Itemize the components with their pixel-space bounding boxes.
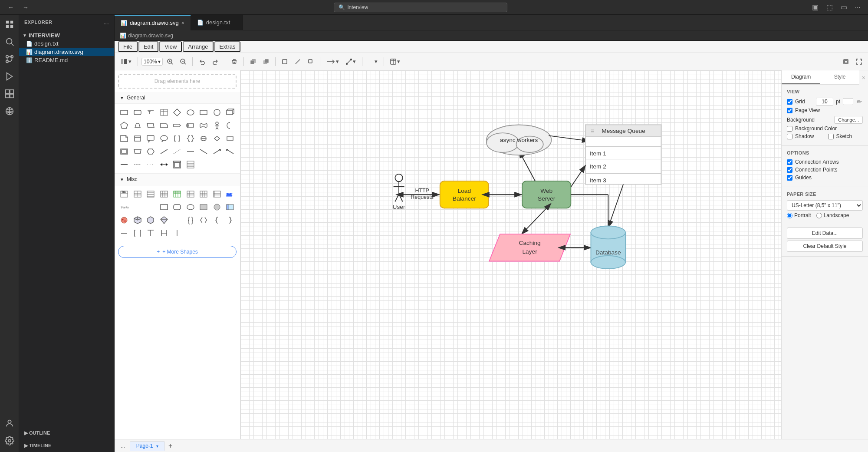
- activity-search[interactable]: [2, 34, 17, 49]
- misc-empty3[interactable]: [171, 214, 183, 226]
- diagram-svg[interactable]: User HTTP Requests Load Balancer: [240, 70, 781, 439]
- portrait-radio[interactable]: [787, 213, 792, 218]
- shape-brace[interactable]: [184, 132, 197, 145]
- shape-d1[interactable]: [197, 132, 210, 145]
- misc-bracket-curl[interactable]: [184, 214, 197, 226]
- misc-table2[interactable]: [145, 188, 157, 200]
- misc-h-shape[interactable]: [158, 227, 170, 239]
- user-node[interactable]: User: [393, 174, 405, 210]
- activity-source-control[interactable]: [2, 51, 17, 67]
- connection-points-checkbox[interactable]: [787, 167, 792, 173]
- menu-arrange[interactable]: Arrange: [183, 41, 213, 52]
- waypoint-button[interactable]: ▾: [343, 56, 358, 66]
- shape-l3[interactable]: [184, 145, 197, 158]
- redo-button[interactable]: [210, 56, 221, 66]
- shape-b4[interactable]: [158, 158, 170, 171]
- misc-bracket-h[interactable]: [132, 227, 144, 239]
- grid-size-input[interactable]: [816, 98, 833, 106]
- more-shapes-button[interactable]: + + More Shapes: [118, 246, 237, 258]
- insert-button[interactable]: ▾: [366, 56, 380, 66]
- shape-l1[interactable]: [158, 145, 170, 158]
- layout-icon[interactable]: ⬚: [824, 2, 835, 12]
- shape-speech[interactable]: [158, 132, 170, 145]
- forward-button[interactable]: →: [20, 3, 31, 12]
- sidebar-timeline[interactable]: ▶ TIMELINE: [19, 439, 114, 452]
- undo-button[interactable]: [196, 56, 208, 66]
- shape-note[interactable]: [118, 132, 130, 145]
- activity-settings[interactable]: [2, 433, 17, 449]
- async-workers-node[interactable]: async workers: [487, 125, 552, 155]
- web-server-node[interactable]: [522, 181, 571, 208]
- tab-close-icon[interactable]: ×: [181, 20, 184, 26]
- activity-remote[interactable]: [2, 103, 17, 119]
- search-bar[interactable]: 🔍 interview: [334, 3, 507, 12]
- shape-frame[interactable]: [171, 158, 183, 171]
- shape-b2[interactable]: [132, 158, 144, 171]
- activity-run[interactable]: [2, 69, 17, 84]
- shape-halfmoon[interactable]: [224, 119, 236, 132]
- shape-ellipse[interactable]: [184, 106, 197, 119]
- shadow-checkbox[interactable]: [787, 134, 792, 139]
- misc-hex-3d[interactable]: [145, 214, 157, 226]
- message-queue-node[interactable]: ≡ Message Queue Item 1 Item 2 Item 3: [585, 125, 661, 184]
- page-options-button[interactable]: ...: [118, 442, 128, 450]
- fullscreen-button[interactable]: [853, 57, 865, 66]
- back-button[interactable]: ←: [5, 3, 16, 12]
- menu-extras[interactable]: Extras: [214, 41, 241, 52]
- delete-button[interactable]: [229, 57, 240, 66]
- grid-checkbox[interactable]: [787, 99, 792, 105]
- tab-style[interactable]: Style: [820, 70, 859, 84]
- page-add-button[interactable]: +: [167, 441, 174, 451]
- to-front-button[interactable]: [247, 57, 259, 66]
- misc-angle-bracket[interactable]: [197, 214, 210, 226]
- zoom-in-button[interactable]: [164, 57, 176, 66]
- sidebar-item-readme[interactable]: ℹ️ README.md: [19, 56, 114, 64]
- misc-stripe[interactable]: [224, 201, 236, 213]
- shape-d5[interactable]: [132, 145, 144, 158]
- menu-view[interactable]: View: [159, 41, 182, 52]
- reset-view-button[interactable]: [840, 57, 852, 66]
- shape-rect[interactable]: [118, 106, 130, 119]
- sidebar-project-folder[interactable]: ▼ INTERVIEW: [19, 31, 114, 40]
- activity-explorer[interactable]: [2, 16, 17, 32]
- shape-l6[interactable]: [224, 145, 236, 158]
- misc-empty[interactable]: [132, 201, 144, 213]
- right-panel-close-button[interactable]: ×: [859, 71, 868, 85]
- shape-rect2[interactable]: [197, 106, 210, 119]
- sketch-checkbox[interactable]: [828, 134, 834, 139]
- shape-rect-cut[interactable]: [158, 119, 170, 132]
- more-icon[interactable]: ···: [853, 2, 863, 12]
- shape-fold[interactable]: [132, 132, 144, 145]
- activity-extensions[interactable]: [2, 86, 17, 102]
- shape-arrow-r[interactable]: [171, 119, 183, 132]
- shape-text[interactable]: T: [145, 106, 157, 119]
- paper-size-select[interactable]: US-Letter (8,5" x 11") A4 A3 Legal: [787, 200, 863, 211]
- misc-rect-plain[interactable]: [197, 201, 210, 213]
- sidebar-outline[interactable]: ▶ OUTLINE: [19, 427, 114, 439]
- sidebar-item-diagram[interactable]: 📊 diagram.drawio.svg: [19, 48, 114, 56]
- misc-title[interactable]: Title: [118, 188, 130, 200]
- activity-account[interactable]: [2, 416, 17, 431]
- shape-cylinder-h[interactable]: [184, 119, 197, 132]
- misc-ellipse-sm[interactable]: [184, 201, 197, 213]
- connection-arrows-checkbox[interactable]: [787, 159, 792, 165]
- shape-rounded[interactable]: [132, 106, 144, 119]
- misc-diamond-3d[interactable]: [158, 214, 170, 226]
- grid-color-box[interactable]: [843, 98, 853, 105]
- menu-file[interactable]: File: [118, 41, 138, 52]
- general-header[interactable]: ▼ General: [115, 92, 240, 104]
- edit-data-button[interactable]: Edit Data...: [787, 228, 863, 239]
- zoom-control[interactable]: 100% ▾: [141, 58, 163, 66]
- shape-b1[interactable]: [118, 158, 130, 171]
- shape-listframe[interactable]: [184, 158, 197, 171]
- guides-checkbox[interactable]: [787, 175, 792, 181]
- background-color-checkbox[interactable]: [787, 126, 792, 132]
- background-change-button[interactable]: Change...: [834, 116, 863, 124]
- table-button[interactable]: ▾: [388, 56, 403, 66]
- caching-layer-node[interactable]: [489, 234, 570, 261]
- shape-d6[interactable]: [145, 145, 157, 158]
- load-balancer-node[interactable]: [440, 181, 489, 208]
- tab-design[interactable]: 📄 design.txt: [191, 15, 243, 30]
- misc-rect-sm[interactable]: [158, 201, 170, 213]
- shape-bracket[interactable]: [171, 132, 183, 145]
